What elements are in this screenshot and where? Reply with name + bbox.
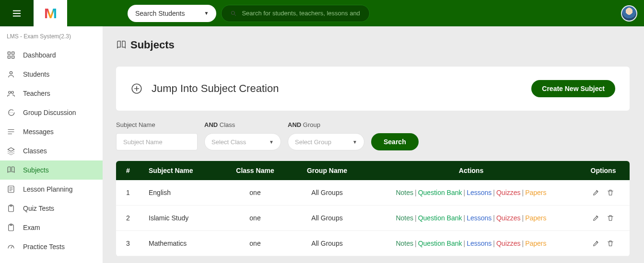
- message-icon: [7, 127, 15, 136]
- row-class: one: [222, 231, 289, 256]
- search-type-dropdown[interactable]: Search Students ▼: [128, 5, 216, 22]
- search-icon: [230, 10, 237, 17]
- search-input[interactable]: [242, 10, 361, 17]
- top-header: M Search Students ▼: [0, 0, 644, 26]
- quizzes-link[interactable]: Quizzes: [496, 240, 521, 247]
- row-options: [577, 231, 630, 256]
- group-select[interactable]: Select Group ▼: [288, 133, 364, 150]
- sidebar-item-teachers[interactable]: Teachers: [0, 84, 103, 103]
- sidebar-item-exam[interactable]: Exam: [0, 218, 103, 237]
- row-group: All Groups: [289, 180, 365, 206]
- filter-row: Subject Name Subject Name AND Class Sele…: [116, 121, 630, 150]
- row-group: All Groups: [289, 206, 365, 231]
- row-actions: Notes|Question Bank|Lessons|Quizzes|Pape…: [365, 180, 577, 206]
- trash-icon[interactable]: [607, 240, 614, 247]
- trash-icon[interactable]: [607, 189, 614, 196]
- subject-name-label: Subject Name: [116, 121, 198, 128]
- col-group: Group Name: [289, 161, 365, 180]
- logo-mark: M: [44, 5, 57, 22]
- sidebar-item-subjects[interactable]: Subjects: [0, 160, 103, 180]
- logo[interactable]: M: [34, 0, 67, 26]
- lessons-link[interactable]: Lessons: [467, 189, 492, 196]
- book-icon: [7, 166, 15, 174]
- jump-title: Jump Into Subject Creation: [152, 82, 279, 95]
- question-bank-link[interactable]: Question Bank: [418, 189, 462, 196]
- sidebar: LMS - Exam System(2.3) Dashboard Student…: [0, 26, 103, 263]
- sidebar-item-dashboard[interactable]: Dashboard: [0, 46, 103, 65]
- menu-toggle-button[interactable]: [0, 0, 34, 26]
- gauge-icon: [7, 242, 15, 251]
- row-class: one: [222, 180, 289, 206]
- sidebar-item-group-discussion[interactable]: Group Discussion: [0, 103, 103, 122]
- search-button[interactable]: Search: [371, 133, 419, 150]
- row-idx: 3: [116, 231, 140, 256]
- col-subject: Subject Name: [140, 161, 222, 180]
- lessons-link[interactable]: Lessons: [467, 214, 492, 222]
- row-idx: 2: [116, 206, 140, 231]
- clipboard-icon: [7, 204, 15, 213]
- papers-link[interactable]: Papers: [525, 189, 546, 196]
- sidebar-item-students[interactable]: Students: [0, 65, 103, 84]
- layers-icon: [7, 147, 15, 155]
- chevron-down-icon: ▼: [204, 11, 209, 16]
- sidebar-item-classes[interactable]: Classes: [0, 141, 103, 160]
- edit-icon[interactable]: [592, 214, 600, 222]
- table-row: 2Islamic StudyoneAll GroupsNotes|Questio…: [116, 206, 630, 231]
- row-subject: Mathematics: [140, 231, 222, 256]
- question-bank-link[interactable]: Question Bank: [418, 214, 462, 222]
- row-actions: Notes|Question Bank|Lessons|Quizzes|Pape…: [365, 231, 577, 256]
- notes-link[interactable]: Notes: [396, 214, 413, 222]
- notes-link[interactable]: Notes: [396, 189, 413, 196]
- col-class: Class Name: [222, 161, 289, 180]
- chat-icon: [7, 108, 15, 117]
- row-options: [577, 206, 630, 231]
- jump-card: Jump Into Subject Creation Create New Su…: [116, 67, 630, 111]
- clipboard-icon: [7, 223, 15, 232]
- system-label: LMS - Exam System(2.3): [0, 26, 103, 46]
- papers-link[interactable]: Papers: [525, 214, 546, 222]
- plus-circle-icon: [130, 82, 143, 95]
- quizzes-link[interactable]: Quizzes: [496, 189, 521, 196]
- plan-icon: [7, 185, 15, 194]
- row-group: All Groups: [289, 231, 365, 256]
- dashboard-icon: [7, 51, 15, 59]
- col-idx: #: [116, 161, 140, 180]
- notes-link[interactable]: Notes: [396, 240, 413, 247]
- col-options: Options: [577, 161, 630, 180]
- col-actions: Actions: [365, 161, 577, 180]
- sidebar-item-lesson-planning[interactable]: Lesson Planning: [0, 180, 103, 199]
- chevron-down-icon: ▼: [352, 139, 357, 145]
- row-subject: Islamic Study: [140, 206, 222, 231]
- user-avatar[interactable]: [621, 5, 637, 22]
- hamburger-icon: [12, 8, 22, 19]
- row-subject: English: [140, 180, 222, 206]
- class-select[interactable]: Select Class ▼: [204, 133, 281, 150]
- papers-link[interactable]: Papers: [525, 240, 546, 247]
- student-icon: [7, 70, 15, 79]
- trash-icon[interactable]: [607, 214, 614, 222]
- book-icon: [116, 40, 127, 50]
- lessons-link[interactable]: Lessons: [467, 240, 492, 247]
- edit-icon[interactable]: [592, 240, 600, 247]
- quizzes-link[interactable]: Quizzes: [496, 214, 521, 222]
- teachers-icon: [7, 89, 15, 98]
- create-new-subject-button[interactable]: Create New Subject: [531, 80, 615, 97]
- edit-icon[interactable]: [592, 189, 600, 196]
- table-row: 3MathematicsoneAll GroupsNotes|Question …: [116, 231, 630, 256]
- group-label: AND Group: [288, 121, 364, 128]
- sidebar-item-messages[interactable]: Messages: [0, 122, 103, 141]
- sidebar-item-quiz-tests[interactable]: Quiz Tests: [0, 199, 103, 218]
- page-title-row: Subjects: [116, 39, 630, 51]
- subject-name-input[interactable]: Subject Name: [116, 133, 198, 150]
- page-title: Subjects: [130, 39, 175, 51]
- row-actions: Notes|Question Bank|Lessons|Quizzes|Pape…: [365, 206, 577, 231]
- row-class: one: [222, 206, 289, 231]
- chevron-down-icon: ▼: [269, 139, 274, 145]
- sidebar-item-practice-tests[interactable]: Practice Tests: [0, 237, 103, 256]
- row-idx: 1: [116, 180, 140, 206]
- question-bank-link[interactable]: Question Bank: [418, 240, 462, 247]
- global-search[interactable]: [221, 5, 370, 22]
- main-content: Subjects Jump Into Subject Creation Crea…: [103, 26, 644, 263]
- table-row: 1EnglishoneAll GroupsNotes|Question Bank…: [116, 180, 630, 206]
- class-label: AND Class: [204, 121, 281, 128]
